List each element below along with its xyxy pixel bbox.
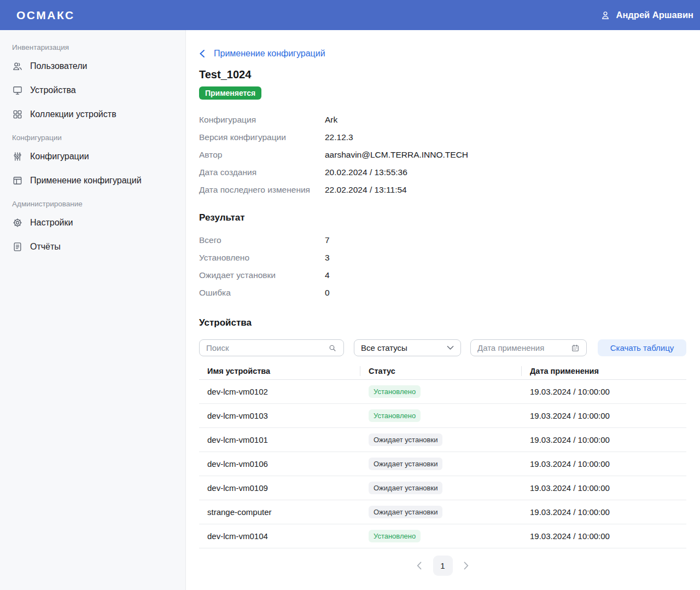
devices-section: Устройства Все статусы	[199, 317, 686, 576]
table-row[interactable]: dev-lcm-vm0106 Ожидает установки 19.03.2…	[199, 452, 686, 476]
result-row: Ожидает установки 4	[199, 269, 686, 281]
table-row[interactable]: dev-lcm-vm0102 Установлено 19.03.2024 / …	[199, 380, 686, 404]
date-filter-input[interactable]	[477, 343, 571, 352]
sidebar-item-configuration-apply[interactable]: Применение конфигураций	[12, 169, 177, 193]
sidebar-item-label: Отчёты	[30, 242, 61, 252]
detail-label: Дата создания	[199, 166, 325, 178]
column-header-status: Статус	[360, 366, 522, 376]
sidebar-item-label: Устройства	[30, 85, 76, 95]
device-status-pill: Ожидает установки	[369, 458, 442, 470]
sidebar-item-label: Коллекции устройств	[30, 109, 116, 119]
date-filter	[470, 339, 587, 356]
device-name: dev-lcm-vm0106	[199, 459, 360, 468]
sidebar-section-inventory: Инвентаризация Пользователи Устройства	[12, 43, 177, 126]
configuration-details: Конфигурация Ark Версия конфигурации 22.…	[199, 114, 686, 196]
sidebar-item-settings[interactable]: Настройки	[12, 211, 177, 235]
device-status-pill: Ожидает установки	[369, 433, 442, 446]
result-row: Установлено 3	[199, 252, 686, 264]
result-row: Ошибка 0	[199, 287, 686, 299]
device-status-pill: Установлено	[369, 530, 421, 542]
device-apply-date: 19.03.2024 / 10:00:00	[522, 459, 686, 468]
sidebar-section-administration: Администрирование Настройки Отч	[12, 200, 177, 259]
devices-heading: Устройства	[199, 317, 686, 328]
device-status-pill: Установлено	[369, 409, 421, 422]
device-name: dev-lcm-vm0101	[199, 435, 360, 444]
pagination-next-button[interactable]	[461, 560, 472, 571]
device-apply-date: 19.03.2024 / 10:00:00	[522, 387, 686, 396]
detail-row: Автор aarshavin@LCM.TERRA.INNO.TECH	[199, 149, 686, 161]
column-header-apply-date: Дата применения	[522, 366, 686, 376]
detail-row: Дата создания 20.02.2024 / 13:55:36	[199, 166, 686, 178]
pagination-page-1[interactable]: 1	[433, 556, 453, 576]
result-label: Ошибка	[199, 287, 325, 299]
table-row[interactable]: dev-lcm-vm0104 Установлено 19.03.2024 / …	[199, 524, 686, 548]
pagination-prev-button[interactable]	[414, 560, 425, 571]
detail-label: Версия конфигурации	[199, 131, 325, 143]
result-section: Результат Всего 7 Установлено 3 Ожидает …	[199, 212, 686, 299]
table-row[interactable]: dev-lcm-vm0109 Ожидает установки 19.03.2…	[199, 476, 686, 500]
user-name: Андрей Аршавин	[616, 10, 693, 20]
detail-label: Автор	[199, 149, 325, 161]
back-link-label: Применение конфигураций	[214, 49, 325, 59]
monitor-icon	[12, 85, 23, 96]
sidebar-item-configurations[interactable]: Конфигурации	[12, 144, 177, 169]
back-link[interactable]: Применение конфигураций	[199, 49, 325, 59]
status-filter-select[interactable]: Все статусы	[354, 339, 461, 356]
users-icon	[12, 61, 23, 72]
table-row[interactable]: strange-computer Ожидает установки 19.03…	[199, 500, 686, 524]
sidebar-item-device-collections[interactable]: Коллекции устройств	[12, 102, 177, 126]
detail-row: Дата последнего изменения 22.02.2024 / 1…	[199, 184, 686, 196]
device-name: dev-lcm-vm0109	[199, 483, 360, 493]
device-name: dev-lcm-vm0104	[199, 531, 360, 541]
sidebar-item-devices[interactable]: Устройства	[12, 78, 177, 102]
sidebar-item-label: Применение конфигураций	[30, 176, 142, 186]
device-status-pill: Ожидает установки	[369, 506, 442, 518]
download-table-button[interactable]: Скачать таблицу	[598, 339, 686, 356]
page-title: Test_1024	[199, 68, 686, 81]
sidebar-section-configurations: Конфигурации Конфигурации Приме	[12, 134, 177, 193]
device-apply-date: 19.03.2024 / 10:00:00	[522, 411, 686, 420]
sidebar-item-users[interactable]: Пользователи	[12, 54, 177, 78]
result-label: Ожидает установки	[199, 269, 325, 281]
search-input[interactable]	[206, 343, 328, 352]
search-icon	[328, 344, 337, 352]
detail-value: aarshavin@LCM.TERRA.INNO.TECH	[325, 149, 686, 161]
main-content: Применение конфигураций Test_1024 Примен…	[186, 30, 700, 590]
result-row: Всего 7	[199, 234, 686, 246]
device-status-pill: Ожидает установки	[369, 482, 442, 494]
device-name: dev-lcm-vm0102	[199, 387, 360, 396]
chevron-left-icon	[417, 562, 422, 570]
status-filter-value: Все статусы	[361, 343, 407, 352]
top-bar: ОСМАКС Андрей Аршавин	[0, 0, 700, 30]
pagination: 1	[199, 556, 686, 576]
chevron-left-icon	[199, 49, 205, 58]
result-value: 4	[325, 269, 686, 281]
device-apply-date: 19.03.2024 / 10:00:00	[522, 531, 686, 541]
user-menu[interactable]: Андрей Аршавин	[600, 10, 693, 21]
detail-value: 22.02.2024 / 13:11:54	[325, 184, 686, 196]
table-row[interactable]: dev-lcm-vm0101 Ожидает установки 19.03.2…	[199, 428, 686, 452]
table-row[interactable]: dev-lcm-vm0103 Установлено 19.03.2024 / …	[199, 404, 686, 428]
result-heading: Результат	[199, 212, 686, 223]
sliders-icon	[12, 151, 23, 162]
detail-value: Ark	[325, 114, 686, 126]
calendar-icon	[571, 344, 580, 352]
table-header-row: Имя устройства Статус Дата применения	[199, 363, 686, 380]
status-badge: Применяется	[199, 86, 261, 100]
detail-row: Версия конфигурации 22.12.3	[199, 131, 686, 143]
gear-icon	[12, 217, 23, 228]
result-value: 7	[325, 234, 686, 246]
grid-icon	[12, 109, 23, 120]
device-apply-date: 19.03.2024 / 10:00:00	[522, 507, 686, 517]
device-apply-date: 19.03.2024 / 10:00:00	[522, 435, 686, 444]
sidebar-item-label: Конфигурации	[30, 152, 89, 161]
app-logo[interactable]: ОСМАКС	[16, 9, 75, 22]
sidebar-item-reports[interactable]: Отчёты	[12, 235, 177, 259]
section-label: Конфигурации	[12, 134, 177, 142]
column-header-device-name: Имя устройства	[199, 366, 360, 376]
device-apply-date: 19.03.2024 / 10:00:00	[522, 483, 686, 493]
device-name: dev-lcm-vm0103	[199, 411, 360, 420]
devices-controls: Все статусы Скачать таблицу	[199, 339, 686, 356]
chevron-right-icon	[464, 562, 469, 570]
devices-table: Имя устройства Статус Дата применения de…	[199, 363, 686, 548]
